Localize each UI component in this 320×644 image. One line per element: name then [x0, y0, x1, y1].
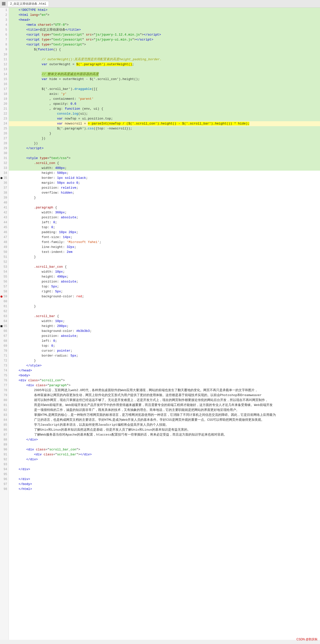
ln-23: 23	[0, 116, 9, 121]
ln-44: 44	[0, 220, 9, 225]
code-line-84: 广泛的语言，也是构成网页文档的主要语言。学好HTML是成为Web开发人员的基本条…	[9, 418, 320, 422]
ln-39: 39	[0, 195, 9, 200]
code-line-37: position: relative;	[9, 186, 320, 190]
ln-64: 64	[0, 319, 9, 324]
ln-65: 65	[0, 324, 9, 329]
ln-42: 42	[0, 210, 9, 215]
code-line-87: 了解Web服务器当你对Apache的基本配置，htaccess配置技巧有一些掌握…	[9, 432, 320, 437]
ln-88: 88	[0, 437, 9, 442]
code-line-65: height: 200px;	[9, 324, 320, 329]
code-line-67: position: absolute;	[9, 334, 320, 338]
ln-57: 57	[0, 284, 9, 289]
code-line-31: <style type="text/css">	[9, 156, 320, 161]
ln-13: 13	[0, 67, 9, 72]
code-line-79: 各种富媒体让网页的内容更加生动，网页上软件化的交互形式为用户提供了更好的使用体验…	[9, 393, 320, 398]
code-line-49: line-height: 32px;	[9, 245, 320, 250]
code-area[interactable]: <!DOCTYPE html> <html lang="en"> <head> …	[9, 8, 320, 640]
code-line-40	[9, 200, 320, 205]
code-line-15: var hide = outerHeight - $('.scroll_con'…	[9, 77, 320, 82]
ln-54: 54	[0, 270, 9, 274]
code-line-47: font-size: 14px;	[9, 235, 320, 240]
ln-2: 2	[0, 12, 9, 18]
code-line-10	[9, 52, 320, 57]
ln-97: 97	[0, 482, 9, 487]
code-line-64: width: 10px;	[9, 319, 320, 324]
code-line-77: <div class="paragraph">	[9, 383, 320, 388]
ln-86: 86	[0, 428, 9, 432]
ln-67: 67	[0, 334, 9, 338]
code-line-81: 而是叫Web前端开发。Web前端开发在产品开发环节中的作用变得越来越重要，而且需…	[9, 403, 320, 408]
code-line-48: font-family: 'Microsoft Yahei';	[9, 240, 320, 245]
ln-17: 17	[0, 87, 9, 92]
code-line-32: .scroll_con {	[9, 161, 320, 166]
ln-56: 56	[0, 279, 9, 284]
code-line-82: 是一项很特殊的工作，涵盖的知识面非常广，既有具体的技术，又有抽象的理念。简单地说…	[9, 408, 320, 412]
code-line-78: 2005年以后，互联网进入web2.0时代，各种类似桌面软件的Web应用大量涌现…	[9, 388, 320, 393]
code-line-5: <title>自定义滑动滚动条</title>	[9, 28, 320, 32]
ln-48: 48	[0, 240, 9, 245]
ln-9: 9	[0, 47, 9, 52]
file-icon	[2, 2, 5, 6]
ln-55: 55	[0, 274, 9, 279]
ln-20: 20	[0, 102, 9, 106]
code-line-26: }	[9, 131, 320, 136]
ln-91: 91	[0, 452, 9, 457]
ln-84: 84	[0, 418, 9, 422]
code-line-42: width: 360px;	[9, 210, 320, 215]
code-line-94: </div>	[9, 467, 320, 472]
code-line-53: .scroll_bar_con {	[9, 264, 320, 270]
code-line-55: height: 490px;	[9, 274, 320, 279]
code-line-93	[9, 462, 320, 467]
code-line-18: axis: 'y'	[9, 92, 320, 96]
code-line-36: margin: 50px auto 0;	[9, 180, 320, 186]
code-line-98: </html>	[9, 487, 320, 492]
ln-33: 33	[0, 166, 9, 171]
code-line-3: <head>	[9, 18, 320, 22]
ln-81: 81	[0, 403, 9, 408]
code-line-8: <script type="text/javascript">	[9, 42, 320, 47]
code-line-80: 就可以制作网页，现在只掌握这些已经远远不够了。无论是开发难度上，还是开发方式上，…	[9, 398, 320, 403]
ln-77: 77	[0, 383, 9, 388]
code-line-11: // outerHeight():其高度范围是所用配置素的高度height_pa…	[9, 57, 320, 62]
ln-22: 22	[0, 111, 9, 116]
code-line-41: .paragraph {	[9, 205, 320, 210]
ln-37: 37	[0, 186, 9, 190]
ln-34: 34	[0, 171, 9, 176]
ln-82: 82	[0, 408, 9, 412]
code-line-89	[9, 442, 320, 447]
ln-75: 75	[0, 373, 9, 378]
code-line-29: </script>	[9, 146, 320, 151]
code-line-69: top: 0;	[9, 344, 320, 348]
code-line-83: 掌握HTML是网页的核心，是一种制作万维网页面的标准语言，是万维网浏览器使用的一…	[9, 412, 320, 418]
code-line-68: left: 0;	[9, 338, 320, 344]
ln-10: 10	[0, 52, 9, 57]
ln-79: 79	[0, 393, 9, 398]
code-line-17: $('.scroll_bar').draggable([{	[9, 87, 320, 92]
ln-24: 24	[0, 121, 9, 126]
ln-62: 62	[0, 309, 9, 314]
code-line-2: <html lang="en">	[9, 12, 320, 18]
ln-18: 18	[0, 92, 9, 96]
code-line-72: }	[9, 358, 320, 363]
code-line-74: </head>	[9, 368, 320, 373]
code-line-13	[9, 67, 320, 72]
ln-26: 26	[0, 131, 9, 136]
code-line-24: var nowscroll = = parseInt(nowTop / ($('…	[9, 121, 320, 126]
ln-90: 90	[0, 447, 9, 452]
ln-72: 72	[0, 358, 9, 363]
code-line-30	[9, 151, 320, 156]
ln-89: 89	[0, 442, 9, 447]
ln-12: 12	[0, 62, 9, 67]
ln-29: 29	[0, 146, 9, 151]
ln-46: 46	[0, 230, 9, 235]
ln-85: 85	[0, 422, 9, 428]
code-line-9: $(function() {	[9, 47, 320, 52]
code-line-88: </div>	[9, 437, 320, 442]
ln-19: 19	[0, 96, 9, 102]
ln-16: 16	[0, 82, 9, 87]
ln-95: 95	[0, 472, 9, 477]
ln-27: 27	[0, 136, 9, 141]
ln-32: 32	[0, 161, 9, 166]
tab-title[interactable]: 2_自定义滑动滚动条.html	[7, 1, 49, 6]
ln-50: 50	[0, 250, 9, 254]
